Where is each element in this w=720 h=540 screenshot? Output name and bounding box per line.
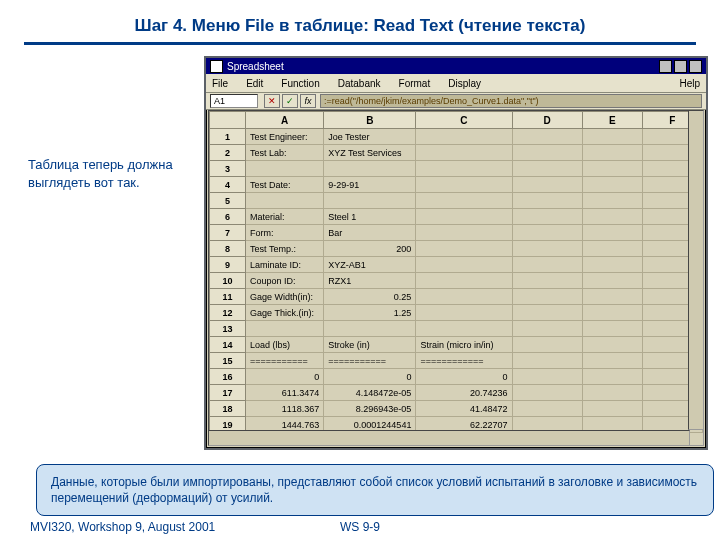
close-icon[interactable]	[689, 60, 702, 73]
cell[interactable]: XYZ Test Services	[324, 145, 416, 161]
cell[interactable]: 1118.367	[246, 401, 324, 417]
row-header[interactable]: 15	[210, 353, 246, 369]
sheet-grid[interactable]: ABCDEF 1Test Engineer:Joe Tester2Test La…	[208, 110, 704, 446]
menu-databank[interactable]: Databank	[338, 78, 381, 89]
row-header[interactable]: 9	[210, 257, 246, 273]
cell[interactable]	[512, 273, 582, 289]
minimize-icon[interactable]	[659, 60, 672, 73]
cell[interactable]	[582, 385, 642, 401]
col-header-b[interactable]: B	[324, 112, 416, 129]
cell[interactable]: Steel 1	[324, 209, 416, 225]
row-header[interactable]: 13	[210, 321, 246, 337]
cell[interactable]: Material:	[246, 209, 324, 225]
cell[interactable]	[582, 353, 642, 369]
menu-display[interactable]: Display	[448, 78, 481, 89]
cell[interactable]	[416, 145, 512, 161]
row-header[interactable]: 6	[210, 209, 246, 225]
cell[interactable]	[416, 289, 512, 305]
cell[interactable]: Load (lbs)	[246, 337, 324, 353]
cell[interactable]	[416, 257, 512, 273]
cell[interactable]	[324, 321, 416, 337]
cell[interactable]	[324, 193, 416, 209]
cell[interactable]: Bar	[324, 225, 416, 241]
menu-help[interactable]: Help	[679, 78, 700, 89]
cell[interactable]	[416, 177, 512, 193]
cell[interactable]: Test Lab:	[246, 145, 324, 161]
col-header-a[interactable]: A	[246, 112, 324, 129]
row-header[interactable]: 8	[210, 241, 246, 257]
cell[interactable]	[416, 209, 512, 225]
cell[interactable]	[246, 193, 324, 209]
cell[interactable]	[582, 369, 642, 385]
row-header[interactable]: 3	[210, 161, 246, 177]
row-header[interactable]: 17	[210, 385, 246, 401]
menu-format[interactable]: Format	[399, 78, 431, 89]
cancel-formula-icon[interactable]: ✕	[264, 94, 280, 108]
cell[interactable]: Joe Tester	[324, 129, 416, 145]
corner-cell[interactable]	[210, 112, 246, 129]
cell[interactable]	[512, 225, 582, 241]
cell[interactable]: 8.296943e-05	[324, 401, 416, 417]
cell[interactable]	[512, 305, 582, 321]
cell[interactable]	[582, 321, 642, 337]
cell[interactable]	[582, 289, 642, 305]
cell[interactable]	[512, 209, 582, 225]
cell[interactable]: XYZ-AB1	[324, 257, 416, 273]
cell[interactable]	[416, 273, 512, 289]
cell[interactable]: 20.74236	[416, 385, 512, 401]
row-header[interactable]: 11	[210, 289, 246, 305]
cell[interactable]: ===========	[246, 353, 324, 369]
cell[interactable]: Laminate ID:	[246, 257, 324, 273]
row-header[interactable]: 1	[210, 129, 246, 145]
accept-formula-icon[interactable]: ✓	[282, 94, 298, 108]
cell[interactable]: 1.25	[324, 305, 416, 321]
cell[interactable]	[582, 273, 642, 289]
row-header[interactable]: 16	[210, 369, 246, 385]
row-header[interactable]: 2	[210, 145, 246, 161]
cell[interactable]: 0	[246, 369, 324, 385]
menu-file[interactable]: File	[212, 78, 228, 89]
cell[interactable]	[512, 257, 582, 273]
row-header[interactable]: 7	[210, 225, 246, 241]
row-header[interactable]: 18	[210, 401, 246, 417]
cell[interactable]: Coupon ID:	[246, 273, 324, 289]
cell[interactable]	[246, 161, 324, 177]
cell[interactable]	[582, 305, 642, 321]
cell[interactable]	[512, 145, 582, 161]
cell[interactable]	[416, 241, 512, 257]
cell[interactable]	[324, 161, 416, 177]
cell[interactable]	[512, 193, 582, 209]
col-header-d[interactable]: D	[512, 112, 582, 129]
cell[interactable]: ===========	[324, 353, 416, 369]
cell[interactable]: 0	[416, 369, 512, 385]
row-header[interactable]: 10	[210, 273, 246, 289]
cell[interactable]	[512, 385, 582, 401]
cell[interactable]	[416, 305, 512, 321]
cell[interactable]	[512, 161, 582, 177]
cell[interactable]	[416, 161, 512, 177]
cell[interactable]: Gage Width(in):	[246, 289, 324, 305]
col-header-c[interactable]: C	[416, 112, 512, 129]
cell[interactable]	[246, 321, 324, 337]
cell[interactable]	[416, 225, 512, 241]
row-header[interactable]: 4	[210, 177, 246, 193]
cell[interactable]	[582, 257, 642, 273]
cell[interactable]: 9-29-91	[324, 177, 416, 193]
row-header[interactable]: 5	[210, 193, 246, 209]
cell[interactable]: 611.3474	[246, 385, 324, 401]
cell[interactable]: Gage Thick.(in):	[246, 305, 324, 321]
cell[interactable]	[582, 193, 642, 209]
vertical-scrollbar[interactable]	[688, 110, 704, 430]
cell[interactable]	[512, 289, 582, 305]
cell[interactable]	[582, 241, 642, 257]
cell[interactable]: Strain (micro in/in)	[416, 337, 512, 353]
cell[interactable]: Stroke (in)	[324, 337, 416, 353]
cell[interactable]	[416, 321, 512, 337]
row-header[interactable]: 14	[210, 337, 246, 353]
cell-reference[interactable]: A1	[210, 94, 258, 108]
menu-function[interactable]: Function	[281, 78, 319, 89]
cell[interactable]: Form:	[246, 225, 324, 241]
col-header-e[interactable]: E	[582, 112, 642, 129]
cell[interactable]	[512, 401, 582, 417]
horizontal-scrollbar[interactable]	[208, 430, 690, 446]
